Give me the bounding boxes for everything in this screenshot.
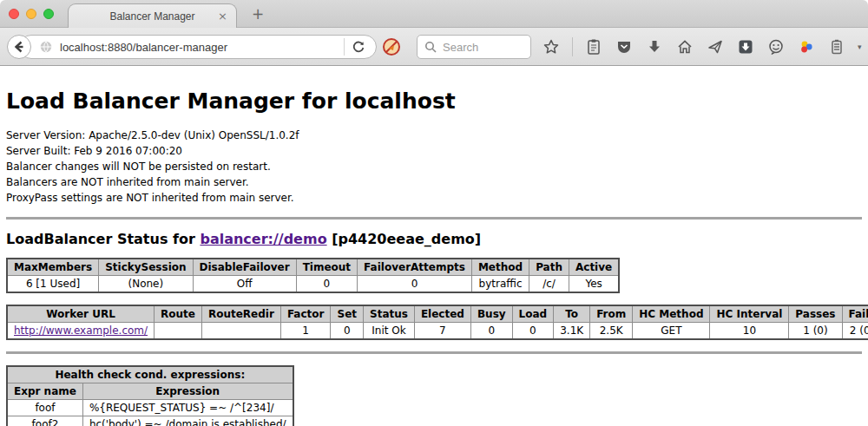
reload-button[interactable] [352,40,365,54]
colored-dots-icon [798,38,815,56]
column-header: DisableFailover [193,259,296,276]
table-cell: 0 [296,276,357,293]
table-cell: 0 [470,323,512,340]
back-icon [12,40,26,54]
close-window-button[interactable] [9,9,19,19]
column-header: Fails [842,305,868,323]
inherit-warning-line: Balancers are NOT inherited from main se… [6,174,862,190]
column-header: Expr name [7,383,82,400]
video-download-button[interactable] [736,36,755,57]
column-header: MaxMembers [7,259,99,276]
zoom-window-button[interactable] [43,9,54,19]
server-built-line: Server Built: Feb 9 2016 07:00:20 [6,143,862,159]
search-field[interactable]: Search [417,35,531,59]
bookmark-star-icon [542,38,560,56]
column-header: Load [512,305,554,323]
worker-status-table: Worker URLRouteRouteRedirFactorSetStatus… [6,305,868,340]
clipboard-icon [586,38,602,56]
search-icon [424,41,437,53]
divider [6,217,862,220]
column-header: Set [331,305,364,323]
table-row: http://www.example.com/10Init Ok7003.1K2… [7,323,868,340]
column-header: Method [471,259,529,276]
toolbar-buttons: ▾ [542,28,868,66]
downloads-button[interactable] [645,36,664,57]
balancer-status-heading: LoadBalancer Status for balancer://demo … [6,231,862,247]
heading-prefix: LoadBalancer Status for [6,231,200,247]
server-version-line: Server Version: Apache/2.5.0-dev (Unix) … [6,128,862,143]
tab-balancer-manager[interactable]: Balancer Manager × [68,3,237,28]
browser-chrome: Balancer Manager × + localhost:8880/bala… [0,0,868,66]
proxypass-warning-line: ProxyPass settings are NOT inherited fro… [6,190,862,206]
block-icon [382,37,401,56]
bookmark-star-button[interactable] [542,36,561,57]
table-cell: bytraffic [471,276,529,293]
window-controls [9,9,54,19]
table-cell: foof2 [7,416,82,426]
column-header: Route [155,305,202,323]
back-button[interactable] [7,35,31,59]
column-header: Path [529,259,569,276]
battery-extension-button[interactable] [827,36,846,57]
send-tab-button[interactable] [706,36,725,57]
page-title: Load Balancer Manager for localhost [6,88,862,114]
extension-dots-button[interactable] [797,36,816,57]
table-cell: Off [193,276,296,293]
search-placeholder: Search [443,41,478,54]
reading-list-button[interactable] [584,36,603,57]
table-cell: 10 [710,323,789,340]
column-header: Passes [789,305,842,323]
download-box-icon [737,38,754,56]
column-header: HC Interval [710,305,789,323]
table-cell: 1 (0) [789,323,842,340]
column-header: To [554,305,590,323]
worker-url-link[interactable]: http://www.example.com/ [14,324,148,337]
pocket-icon [615,38,633,56]
table-cell: http://www.example.com/ [7,323,155,340]
column-header: Factor [280,305,331,323]
tab-close-icon[interactable]: × [218,10,227,23]
toolbar-separator [572,37,573,56]
column-header: StickySession [99,259,193,276]
content-blocker-button[interactable] [382,37,401,56]
table-cell: 6 [1 Used] [7,276,99,293]
divider [6,351,862,354]
feedback-button[interactable] [766,36,786,57]
table-cell: Yes [569,276,619,293]
column-header: Active [569,259,619,276]
reload-icon [352,40,365,54]
table-cell: 2.5K [590,323,633,340]
table-cell: 0 [512,323,554,340]
column-header: HC Method [633,305,710,323]
home-button[interactable] [675,36,694,57]
balancer-demo-link[interactable]: balancer://demo [200,231,326,247]
send-plane-icon [707,38,724,56]
url-input[interactable]: localhost:8880/balancer-manager [60,41,344,54]
column-header: RouteRedir [201,305,280,323]
table-cell: /c/ [529,276,569,293]
column-header: Worker URL [7,305,155,323]
table-cell: 1 [280,323,331,340]
url-bar[interactable]: localhost:8880/balancer-manager [19,35,377,59]
table-cell: 0 [358,276,472,293]
column-header: Busy [470,305,512,323]
column-header: Status [364,305,415,323]
table-caption: Health check cond. expressions: [7,366,293,383]
table-cell: foof [7,400,82,416]
pocket-button[interactable] [615,36,634,57]
caret-down-icon[interactable]: ▾ [858,43,862,51]
table-cell: GET [633,323,710,340]
table-row: 6 [1 Used](None)Off00bytraffic/c/Yes [7,276,619,293]
table-cell: 2 (0) [842,323,868,340]
new-tab-button[interactable]: + [252,5,264,23]
heading-suffix: [p4420eeae_demo] [327,231,482,247]
page-content: Load Balancer Manager for localhost Serv… [0,66,868,426]
minimize-window-button[interactable] [26,9,36,19]
column-header: Timeout [296,259,357,276]
table-cell: %{REQUEST_STATUS} =~ /^[234]/ [82,400,293,416]
battery-icon [829,38,845,56]
table-cell: (None) [99,276,193,293]
table-cell: hc('body') =~ /domain is established/ [82,416,293,426]
home-icon [676,38,694,56]
table-cell: Init Ok [364,323,415,340]
